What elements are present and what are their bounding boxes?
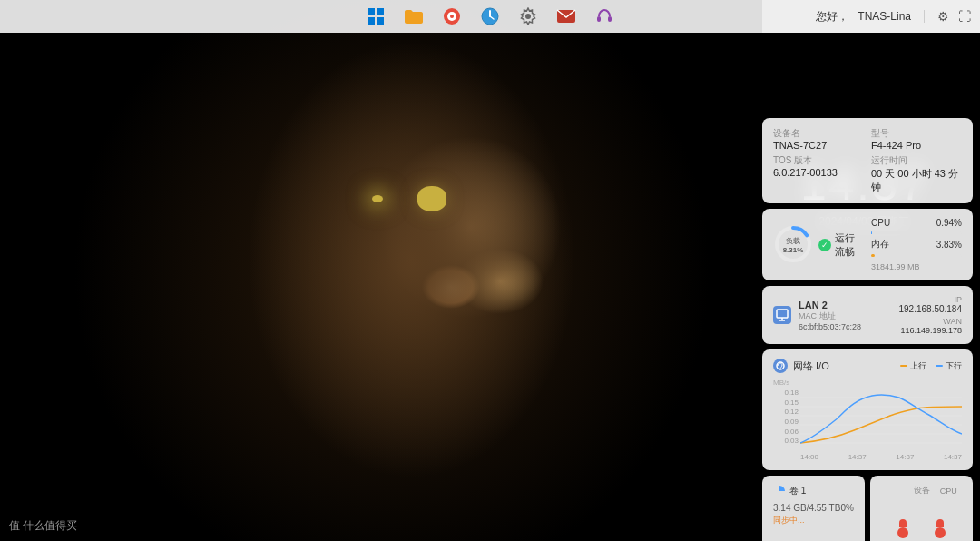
model-label: 型号 xyxy=(871,127,962,140)
chart-unit: MB/s xyxy=(773,379,962,387)
svg-rect-12 xyxy=(597,16,601,22)
settings-taskbar-icon[interactable] xyxy=(517,5,539,27)
download-legend-label: 下行 xyxy=(946,360,962,372)
svg-rect-0 xyxy=(368,8,375,15)
device-temp-header: 设备 xyxy=(908,485,936,497)
svg-point-6 xyxy=(450,15,454,18)
download-legend-dot xyxy=(936,365,943,367)
top-right-bar: 您好， TNAS-Lina ⚙ ⛶ xyxy=(762,0,980,33)
volume-percent: 0% xyxy=(841,503,854,513)
network-ip: 192.168.50.184 xyxy=(898,304,962,314)
uptime-label: 运行时间 xyxy=(871,154,962,167)
cards-container: 14:37 2024/04/03 星期三 设备名 TNAS-7C27 型号 F4… xyxy=(762,118,973,541)
memory-bar-bg xyxy=(871,254,962,257)
svg-rect-13 xyxy=(608,16,612,22)
cpu-value: 0.94% xyxy=(936,218,962,228)
svg-rect-1 xyxy=(377,8,384,15)
chart-svg-container xyxy=(800,389,962,447)
tos-label: TOS 版本 xyxy=(773,154,864,167)
svg-point-10 xyxy=(525,14,531,19)
network-io-title: 网络 I/O xyxy=(793,359,829,373)
windows-taskbar-icon[interactable] xyxy=(365,5,387,27)
network-io-icon xyxy=(773,359,788,373)
memory-value: 3.83% xyxy=(936,240,962,250)
mail-taskbar-icon[interactable] xyxy=(555,5,577,27)
load-label: 负载 xyxy=(786,236,800,246)
temperature-card: 设备 CPU -1 °C xyxy=(870,476,973,541)
network-icon xyxy=(773,306,791,324)
volume-size: 3.14 GB/4.55 TB xyxy=(773,503,840,513)
network-wan: 116.149.199.178 xyxy=(898,326,962,335)
divider xyxy=(924,10,925,23)
model-value: F4-424 Pro xyxy=(871,140,962,151)
volume-card: 卷 1 3.14 GB/4.55 TB 0% 同步中... xyxy=(762,476,865,541)
memory-detail: 31841.99 MB xyxy=(871,262,920,271)
clock-taskbar-icon[interactable] xyxy=(479,5,501,27)
system-status-card: 负载 8.31% ✓ 运行流畅 CPU 0.94% xyxy=(762,209,973,280)
status-label: 运行流畅 xyxy=(835,231,864,259)
status-check-icon: ✓ xyxy=(818,239,831,251)
network-ip-label: IP xyxy=(898,295,962,304)
load-value: 8.31% xyxy=(783,246,804,254)
svg-rect-16 xyxy=(777,310,788,318)
volume-title: 卷 1 xyxy=(789,485,806,497)
cpu-temp-header: CPU xyxy=(935,487,962,496)
svg-rect-3 xyxy=(377,17,384,25)
cpu-bar-fill xyxy=(871,231,872,234)
cpu-thermometer xyxy=(935,500,946,538)
upload-legend-label: 上行 xyxy=(910,360,926,372)
headphone-taskbar-icon[interactable] xyxy=(593,5,615,27)
memory-label: 内存 xyxy=(871,238,889,251)
folder-taskbar-icon[interactable] xyxy=(403,5,425,27)
chart-x-labels: 14:00 14:37 14:37 14:37 xyxy=(800,453,962,461)
network-mac-label: MAC 地址 xyxy=(799,310,891,322)
device-temp-item: -1 °C xyxy=(894,500,913,541)
cpu-temp-item: -1 °C xyxy=(931,500,950,541)
chart-area: 0.18 0.15 0.12 0.09 0.06 0.03 xyxy=(773,389,962,461)
greeting-text: 您好， xyxy=(816,9,848,25)
network-label: LAN 2 xyxy=(799,300,891,310)
tos-value: 6.0.217-00133 xyxy=(773,167,864,178)
device-thermometer xyxy=(897,500,908,538)
device-info-card: 设备名 TNAS-7C27 型号 F4-424 Pro TOS 版本 6.0.2… xyxy=(762,118,973,203)
cpu-label: CPU xyxy=(871,218,890,228)
cpu-bar-bg xyxy=(871,231,962,234)
network-mac: 6c:bf:b5:03:7c:28 xyxy=(799,322,891,331)
sync-status: 同步中... xyxy=(773,515,854,526)
device-name-value: TNAS-7C27 xyxy=(773,140,864,151)
username-text: TNAS-Lina xyxy=(858,10,911,23)
network-wan-label: WAN xyxy=(898,317,962,326)
volume-pie-icon xyxy=(773,485,786,497)
watermark: 值 什么值得买 xyxy=(9,518,77,534)
settings-top-right-icon[interactable]: ⚙ xyxy=(937,9,949,24)
upload-legend-dot xyxy=(900,365,907,367)
bottom-cards: 卷 1 3.14 GB/4.55 TB 0% 同步中... 设备 CPU xyxy=(762,476,973,541)
memory-bar-fill xyxy=(871,254,875,257)
fullscreen-icon[interactable]: ⛶ xyxy=(958,9,971,24)
chart-y-labels: 0.18 0.15 0.12 0.09 0.06 0.03 xyxy=(773,389,799,447)
app-circle-icon[interactable] xyxy=(441,5,463,27)
network-card: LAN 2 MAC 地址 6c:bf:b5:03:7c:28 IP 192.16… xyxy=(762,286,973,344)
network-io-card: 网络 I/O 上行 下行 MB/s 0.18 0.15 0.12 0.09 0.… xyxy=(762,349,973,470)
uptime-value: 00 天 00 小时 43 分钟 xyxy=(871,167,962,194)
device-name-label: 设备名 xyxy=(773,127,864,140)
svg-rect-2 xyxy=(368,17,375,25)
